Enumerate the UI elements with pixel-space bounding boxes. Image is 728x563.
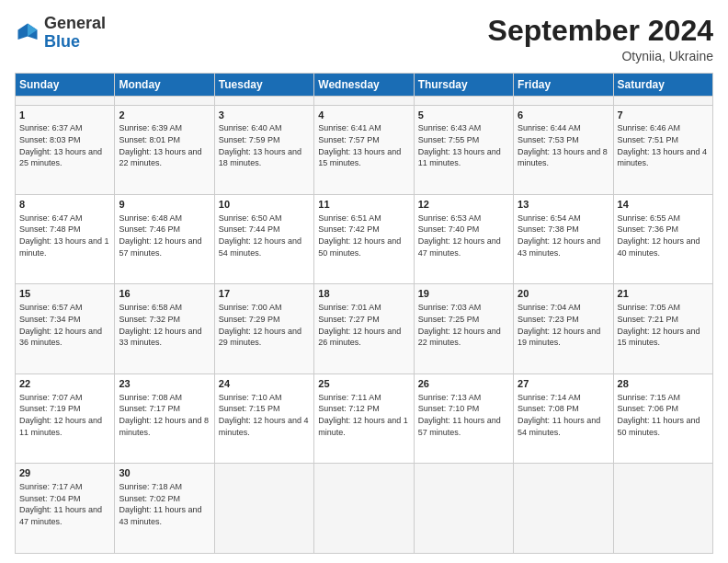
day-number: 13 <box>518 198 609 212</box>
calendar-week-3: 15Sunrise: 6:57 AM Sunset: 7:34 PM Dayli… <box>16 284 713 373</box>
calendar-cell: 7Sunrise: 6:46 AM Sunset: 7:51 PM Daylig… <box>613 105 712 194</box>
day-number: 29 <box>19 466 110 480</box>
day-detail: Sunrise: 7:18 AM Sunset: 7:02 PM Dayligh… <box>119 481 210 527</box>
calendar-cell: 20Sunrise: 7:04 AM Sunset: 7:23 PM Dayli… <box>514 284 613 373</box>
day-number: 17 <box>219 287 310 301</box>
day-detail: Sunrise: 6:50 AM Sunset: 7:44 PM Dayligh… <box>219 213 310 259</box>
day-detail: Sunrise: 7:01 AM Sunset: 7:27 PM Dayligh… <box>318 302 409 348</box>
day-detail: Sunrise: 6:47 AM Sunset: 7:48 PM Dayligh… <box>19 213 110 259</box>
calendar-cell: 17Sunrise: 7:00 AM Sunset: 7:29 PM Dayli… <box>214 284 313 373</box>
month-title: September 2024 <box>488 15 713 47</box>
calendar-cell <box>613 464 712 554</box>
calendar-week-4: 22Sunrise: 7:07 AM Sunset: 7:19 PM Dayli… <box>16 373 713 463</box>
day-number: 15 <box>19 287 110 301</box>
day-number: 6 <box>518 109 609 122</box>
calendar-cell: 18Sunrise: 7:01 AM Sunset: 7:27 PM Dayli… <box>314 284 414 373</box>
day-number: 10 <box>219 198 310 212</box>
logo-general-text: General <box>44 14 106 32</box>
day-number: 28 <box>618 377 709 391</box>
logo-text: General Blue <box>44 15 106 52</box>
day-number: 4 <box>318 109 409 122</box>
calendar-cell <box>414 97 513 105</box>
day-number: 30 <box>119 466 210 480</box>
day-number: 18 <box>318 287 409 301</box>
header: General Blue September 2024 Otyniia, Ukr… <box>15 15 713 63</box>
day-detail: Sunrise: 6:44 AM Sunset: 7:53 PM Dayligh… <box>518 122 609 168</box>
day-detail: Sunrise: 7:03 AM Sunset: 7:25 PM Dayligh… <box>418 302 509 348</box>
calendar-cell: 30Sunrise: 7:18 AM Sunset: 7:02 PM Dayli… <box>115 464 214 554</box>
calendar-week-5: 29Sunrise: 7:17 AM Sunset: 7:04 PM Dayli… <box>16 464 713 554</box>
logo-blue-text: Blue <box>44 32 80 51</box>
calendar-cell: 14Sunrise: 6:55 AM Sunset: 7:36 PM Dayli… <box>613 194 712 283</box>
calendar-cell <box>214 97 313 105</box>
calendar-cell <box>314 464 414 554</box>
calendar-cell: 10Sunrise: 6:50 AM Sunset: 7:44 PM Dayli… <box>214 194 313 283</box>
logo: General Blue <box>15 15 106 52</box>
calendar-header-sunday: Sunday <box>16 74 115 97</box>
calendar-cell: 2Sunrise: 6:39 AM Sunset: 8:01 PM Daylig… <box>115 105 214 194</box>
calendar-cell <box>514 97 613 105</box>
day-number: 11 <box>318 198 409 212</box>
calendar-cell <box>314 97 414 105</box>
title-block: September 2024 Otyniia, Ukraine <box>488 15 713 63</box>
day-detail: Sunrise: 7:05 AM Sunset: 7:21 PM Dayligh… <box>618 302 709 348</box>
day-number: 1 <box>19 109 110 122</box>
calendar-cell: 22Sunrise: 7:07 AM Sunset: 7:19 PM Dayli… <box>16 373 115 463</box>
calendar-cell: 26Sunrise: 7:13 AM Sunset: 7:10 PM Dayli… <box>414 373 513 463</box>
day-detail: Sunrise: 6:39 AM Sunset: 8:01 PM Dayligh… <box>119 122 210 168</box>
location: Otyniia, Ukraine <box>488 49 713 63</box>
calendar-week-0 <box>16 97 713 105</box>
day-detail: Sunrise: 6:58 AM Sunset: 7:32 PM Dayligh… <box>119 302 210 348</box>
calendar-week-1: 1Sunrise: 6:37 AM Sunset: 8:03 PM Daylig… <box>16 105 713 194</box>
day-detail: Sunrise: 7:10 AM Sunset: 7:15 PM Dayligh… <box>219 392 310 438</box>
calendar-header-row: SundayMondayTuesdayWednesdayThursdayFrid… <box>16 74 713 97</box>
calendar-header-thursday: Thursday <box>414 74 513 97</box>
day-detail: Sunrise: 7:11 AM Sunset: 7:12 PM Dayligh… <box>318 392 409 438</box>
day-number: 25 <box>318 377 409 391</box>
calendar-week-2: 8Sunrise: 6:47 AM Sunset: 7:48 PM Daylig… <box>16 194 713 283</box>
day-detail: Sunrise: 7:13 AM Sunset: 7:10 PM Dayligh… <box>418 392 509 438</box>
calendar-header-friday: Friday <box>514 74 613 97</box>
day-detail: Sunrise: 7:15 AM Sunset: 7:06 PM Dayligh… <box>618 392 709 438</box>
day-detail: Sunrise: 7:08 AM Sunset: 7:17 PM Dayligh… <box>119 392 210 438</box>
day-number: 21 <box>618 287 709 301</box>
calendar-cell <box>214 464 313 554</box>
day-number: 8 <box>19 198 110 212</box>
day-detail: Sunrise: 6:37 AM Sunset: 8:03 PM Dayligh… <box>19 122 110 168</box>
logo-icon <box>15 20 40 46</box>
calendar-header-wednesday: Wednesday <box>314 74 414 97</box>
day-detail: Sunrise: 6:48 AM Sunset: 7:46 PM Dayligh… <box>119 213 210 259</box>
day-number: 7 <box>618 109 709 122</box>
calendar-cell: 12Sunrise: 6:53 AM Sunset: 7:40 PM Dayli… <box>414 194 513 283</box>
day-number: 24 <box>219 377 310 391</box>
calendar-cell <box>613 97 712 105</box>
calendar-cell: 11Sunrise: 6:51 AM Sunset: 7:42 PM Dayli… <box>314 194 414 283</box>
day-number: 16 <box>119 287 210 301</box>
calendar-cell <box>514 464 613 554</box>
calendar-cell: 9Sunrise: 6:48 AM Sunset: 7:46 PM Daylig… <box>115 194 214 283</box>
day-number: 20 <box>518 287 609 301</box>
calendar-cell: 21Sunrise: 7:05 AM Sunset: 7:21 PM Dayli… <box>613 284 712 373</box>
calendar-cell: 5Sunrise: 6:43 AM Sunset: 7:55 PM Daylig… <box>414 105 513 194</box>
day-detail: Sunrise: 7:14 AM Sunset: 7:08 PM Dayligh… <box>518 392 609 438</box>
calendar-header-saturday: Saturday <box>613 74 712 97</box>
day-number: 22 <box>19 377 110 391</box>
day-number: 12 <box>418 198 509 212</box>
calendar-cell <box>414 464 513 554</box>
day-detail: Sunrise: 6:51 AM Sunset: 7:42 PM Dayligh… <box>318 213 409 259</box>
day-detail: Sunrise: 7:07 AM Sunset: 7:19 PM Dayligh… <box>19 392 110 438</box>
calendar-cell: 15Sunrise: 6:57 AM Sunset: 7:34 PM Dayli… <box>16 284 115 373</box>
calendar-cell: 29Sunrise: 7:17 AM Sunset: 7:04 PM Dayli… <box>16 464 115 554</box>
calendar-cell: 24Sunrise: 7:10 AM Sunset: 7:15 PM Dayli… <box>214 373 313 463</box>
day-detail: Sunrise: 6:40 AM Sunset: 7:59 PM Dayligh… <box>219 122 310 168</box>
page: General Blue September 2024 Otyniia, Ukr… <box>0 0 728 563</box>
day-number: 27 <box>518 377 609 391</box>
day-detail: Sunrise: 6:55 AM Sunset: 7:36 PM Dayligh… <box>618 213 709 259</box>
day-detail: Sunrise: 7:04 AM Sunset: 7:23 PM Dayligh… <box>518 302 609 348</box>
day-number: 26 <box>418 377 509 391</box>
day-detail: Sunrise: 6:43 AM Sunset: 7:55 PM Dayligh… <box>418 122 509 168</box>
day-detail: Sunrise: 7:00 AM Sunset: 7:29 PM Dayligh… <box>219 302 310 348</box>
day-number: 19 <box>418 287 509 301</box>
calendar-table: SundayMondayTuesdayWednesdayThursdayFrid… <box>15 73 713 554</box>
calendar-cell: 23Sunrise: 7:08 AM Sunset: 7:17 PM Dayli… <box>115 373 214 463</box>
